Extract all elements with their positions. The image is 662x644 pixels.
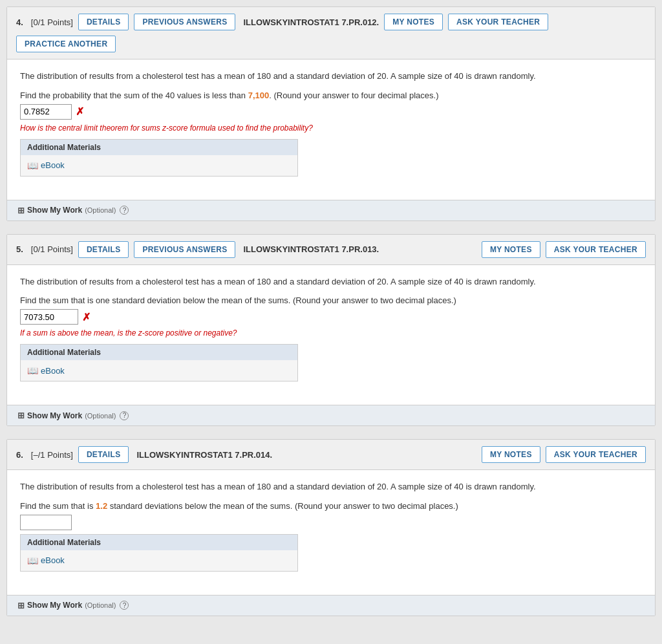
question-4-header: 4. [0/1 Points] DETAILS PREVIOUS ANSWERS…	[7, 7, 655, 59]
question-4-body: The distribution of results from a chole…	[7, 59, 655, 193]
question-4-description: The distribution of results from a chole…	[20, 70, 642, 83]
answer-input-5[interactable]	[20, 309, 78, 325]
question-6-number: 6.	[16, 450, 23, 460]
question-4-number: 4.	[16, 17, 23, 27]
assignment-code-4: ILLOWSKYINTROSTAT1 7.PR.012.	[243, 17, 379, 27]
plus-icon-6: ⊞	[17, 601, 25, 610]
additional-materials-body-6: 📖 eBook	[21, 550, 297, 571]
show-my-work-btn-5[interactable]: ⊞ Show My Work (Optional)	[17, 411, 116, 420]
ebook-icon-6: 📖	[27, 555, 38, 566]
question-6-header-right: MY NOTES ASK YOUR TEACHER	[482, 446, 646, 463]
ebook-link-5[interactable]: 📖 eBook	[27, 365, 291, 376]
additional-materials-body-4: 📖 eBook	[21, 155, 297, 176]
ask-teacher-button-6[interactable]: ASK YOUR TEACHER	[546, 446, 646, 463]
help-icon-5[interactable]: ?	[120, 411, 129, 420]
show-my-work-label-6: Show My Work	[27, 601, 82, 610]
highlight-value-4: 7,100	[248, 91, 270, 100]
details-button-6[interactable]: DETAILS	[78, 446, 129, 463]
question-5-header-right: MY NOTES ASK YOUR TEACHER	[482, 241, 646, 258]
show-my-work-5: ⊞ Show My Work (Optional) ?	[7, 405, 655, 425]
question-5: 5. [0/1 Points] DETAILS PREVIOUS ANSWERS…	[6, 234, 656, 427]
answer-input-4[interactable]	[20, 104, 72, 120]
additional-materials-header-4: Additional Materials	[21, 140, 297, 155]
additional-materials-6: Additional Materials 📖 eBook	[20, 534, 298, 572]
practice-another-button-4[interactable]: PRACTICE ANOTHER	[16, 36, 116, 52]
question-6-points: [–/1 Points]	[31, 450, 73, 460]
previous-answers-button-4[interactable]: PREVIOUS ANSWERS	[134, 14, 235, 30]
show-my-work-4: ⊞ Show My Work (Optional) ?	[7, 200, 655, 220]
additional-materials-header-5: Additional Materials	[21, 345, 297, 360]
ask-teacher-button-5[interactable]: ASK YOUR TEACHER	[546, 241, 646, 258]
hint-text-4: How is the central limit theorem for sum…	[20, 123, 642, 133]
ebook-icon-4: 📖	[27, 160, 38, 171]
question-5-description: The distribution of results from a chole…	[20, 275, 642, 288]
plus-icon-4: ⊞	[17, 206, 25, 215]
hint-text-5: If a sum is above the mean, is the z-sco…	[20, 328, 642, 338]
show-my-work-label-4: Show My Work	[27, 206, 82, 215]
highlight-value-6: 1.2	[96, 501, 107, 511]
question-4-answer-row: ✗	[20, 104, 642, 120]
previous-answers-button-5[interactable]: PREVIOUS ANSWERS	[134, 241, 235, 258]
show-my-work-btn-4[interactable]: ⊞ Show My Work (Optional)	[17, 206, 116, 215]
my-notes-button-5[interactable]: MY NOTES	[482, 241, 540, 258]
assignment-code-5: ILLOWSKYINTROSTAT1 7.PR.013.	[243, 244, 379, 254]
plus-icon-5: ⊞	[17, 411, 25, 420]
help-icon-6[interactable]: ?	[120, 601, 129, 610]
question-6-find-text: Find the sum that is 1.2 standard deviat…	[20, 501, 642, 511]
question-6-answer-row	[20, 515, 642, 530]
question-6-header: 6. [–/1 Points] DETAILS ILLOWSKYINTROSTA…	[7, 440, 655, 470]
optional-label-6: (Optional)	[85, 601, 116, 609]
my-notes-button-6[interactable]: MY NOTES	[482, 446, 540, 463]
details-button-4[interactable]: DETAILS	[78, 14, 129, 30]
optional-label-4: (Optional)	[85, 206, 116, 214]
question-6-description: The distribution of results from a chole…	[20, 480, 642, 493]
question-5-number: 5.	[16, 244, 23, 254]
ask-teacher-button-4[interactable]: ASK YOUR TEACHER	[448, 14, 548, 30]
details-button-5[interactable]: DETAILS	[78, 241, 129, 258]
ebook-label-4: eBook	[41, 160, 65, 170]
wrong-mark-4: ✗	[76, 105, 84, 118]
optional-label-5: (Optional)	[85, 412, 116, 420]
show-my-work-btn-6[interactable]: ⊞ Show My Work (Optional)	[17, 601, 116, 610]
ebook-link-4[interactable]: 📖 eBook	[27, 160, 291, 171]
ebook-link-6[interactable]: 📖 eBook	[27, 555, 291, 566]
show-my-work-label-5: Show My Work	[27, 411, 82, 420]
question-5-find-text: Find the sum that is one standard deviat…	[20, 295, 642, 305]
ebook-label-6: eBook	[41, 555, 65, 565]
question-5-header: 5. [0/1 Points] DETAILS PREVIOUS ANSWERS…	[7, 235, 655, 265]
help-icon-4[interactable]: ?	[120, 206, 129, 215]
question-6-body: The distribution of results from a chole…	[7, 470, 655, 588]
additional-materials-4: Additional Materials 📖 eBook	[20, 139, 298, 177]
question-4: 4. [0/1 Points] DETAILS PREVIOUS ANSWERS…	[6, 6, 656, 221]
wrong-mark-5: ✗	[82, 311, 91, 323]
question-6: 6. [–/1 Points] DETAILS ILLOWSKYINTROSTA…	[6, 439, 656, 616]
additional-materials-5: Additional Materials 📖 eBook	[20, 344, 298, 381]
answer-input-6[interactable]	[20, 515, 72, 530]
ebook-label-5: eBook	[41, 366, 65, 376]
assignment-code-6: ILLOWSKYINTROSTAT1 7.PR.014.	[136, 450, 272, 460]
question-4-points: [0/1 Points]	[31, 17, 73, 27]
question-4-find-text: Find the probability that the sum of the…	[20, 91, 642, 100]
additional-materials-body-5: 📖 eBook	[21, 360, 297, 381]
my-notes-button-4[interactable]: MY NOTES	[384, 14, 443, 30]
question-5-body: The distribution of results from a chole…	[7, 265, 655, 399]
additional-materials-header-6: Additional Materials	[21, 535, 297, 550]
question-5-answer-row: ✗	[20, 309, 642, 325]
question-5-points: [0/1 Points]	[31, 244, 73, 254]
ebook-icon-5: 📖	[27, 365, 38, 376]
show-my-work-6: ⊞ Show My Work (Optional) ?	[7, 595, 655, 616]
